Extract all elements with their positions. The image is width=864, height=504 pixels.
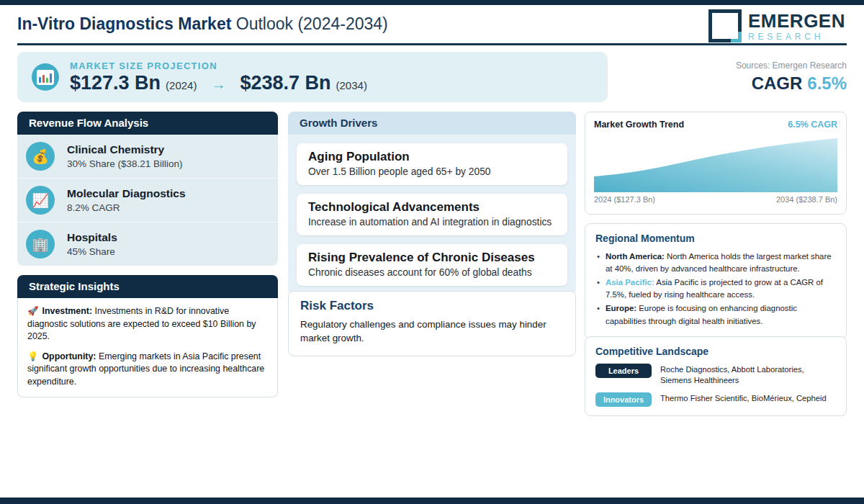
driver-desc: Chronic diseases account for 60% of glob…	[308, 267, 556, 278]
cagr-value: 6.5%	[807, 73, 847, 93]
risk-factors-title: Risk Factors	[300, 299, 564, 313]
bar-chart-icon	[32, 63, 59, 91]
driver-title: Rising Prevalence of Chronic Diseases	[308, 251, 556, 265]
region-lead: Europe:	[606, 304, 636, 312]
growth-driver-card: Rising Prevalence of Chronic Diseases Ch…	[297, 244, 567, 286]
innovators-row: Innovators Thermo Fisher Scientific, Bio…	[595, 392, 836, 407]
competitive-landscape-title: Competitive Landscape	[595, 346, 836, 357]
trend-end-label: 2034 ($238.7 Bn)	[776, 195, 837, 204]
risk-factors-text: Regulatory challenges and compliance iss…	[300, 318, 552, 346]
region-bullet-asia-pacific: Asia Pacific: Asia Pacific is projected …	[595, 276, 836, 301]
lightbulb-icon: 💡	[27, 351, 38, 361]
insight-lead: Investment:	[42, 306, 92, 316]
market-size-banner: MARKET SIZE PROJECTION $127.3 Bn (2024) …	[17, 52, 608, 102]
value-2034: $238.7 Bn	[240, 73, 330, 93]
revenue-flow-title: Revenue Flow Analysis	[17, 112, 278, 135]
item-title: Molecular Diagnostics	[67, 187, 186, 200]
region-lead: Asia Pacific:	[606, 278, 654, 287]
list-item: 🏢 Hospitals 45% Share	[17, 222, 278, 266]
strategic-insights-title: Strategic Insights	[17, 275, 278, 298]
revenue-flow-card: Revenue Flow Analysis 💰 Clinical Chemist…	[17, 112, 278, 266]
year-2024: (2024)	[166, 79, 197, 91]
item-subtitle: 30% Share ($38.21 Billion)	[67, 158, 183, 169]
item-title: Clinical Chemistry	[67, 143, 183, 156]
regional-momentum-title: Regional Momentum	[595, 233, 836, 244]
growth-drivers-title: Growth Drivers	[288, 112, 576, 135]
market-size-label: MARKET SIZE PROJECTION	[70, 60, 367, 71]
header-divider	[17, 43, 847, 45]
strategic-insights-card: Strategic Insights 🚀Investment: Investme…	[17, 275, 278, 397]
innovators-companies: Thermo Fisher Scientific, BioMérieux, Ce…	[660, 392, 827, 404]
growth-driver-card: Aging Population Over 1.5 Billion people…	[297, 143, 567, 185]
top-accent-bar	[0, 0, 864, 5]
market-trend-card: Market Growth Trend 6.5% CAGR 2024 ($127…	[585, 112, 847, 215]
driver-title: Aging Population	[308, 150, 556, 164]
insight-opportunity: 💡Opportunity: Emerging markets in Asia P…	[27, 351, 268, 389]
insight-lead: Opportunity:	[42, 351, 96, 361]
logo-subtext: RESEARCH	[748, 32, 845, 41]
trend-title: Market Growth Trend	[594, 120, 684, 130]
list-item: 📈 Molecular Diagnostics 8.2% CAGR	[17, 178, 278, 222]
page-title: In-Vitro Diagnostics Market Outlook (202…	[17, 14, 388, 34]
bottom-accent-bar	[0, 498, 864, 504]
region-lead: North America:	[606, 252, 665, 261]
driver-title: Technological Advancements	[308, 200, 556, 215]
regional-momentum-card: Regional Momentum North America: North A…	[585, 223, 847, 339]
sources-text: Sources: Emergen Research	[736, 60, 847, 71]
innovators-badge: Innovators	[595, 392, 652, 407]
competitive-landscape-card: Competitive Landscape Leaders Roche Diag…	[585, 336, 847, 416]
chart-increasing-icon: 📈	[26, 186, 55, 215]
market-size-values: $127.3 Bn (2024) → $238.7 Bn (2034)	[70, 73, 367, 93]
leaders-row: Leaders Roche Diagnostics, Abbott Labora…	[595, 364, 836, 386]
logo-square-icon	[708, 9, 742, 42]
driver-desc: Over 1.5 Billion people aged 65+ by 2050	[308, 166, 556, 177]
hospital-building-icon: 🏢	[26, 230, 55, 258]
money-bag-icon: 💰	[26, 142, 55, 171]
driver-desc: Increase in automation and AI integratio…	[308, 217, 556, 228]
year-2034: (2034)	[336, 79, 367, 91]
growth-area-chart	[594, 135, 837, 192]
leaders-companies: Roche Diagnostics, Abbott Laboratories, …	[660, 364, 836, 386]
value-2024: $127.3 Bn	[70, 73, 161, 93]
list-item: 💰 Clinical Chemistry 30% Share ($38.21 B…	[17, 135, 278, 178]
brand-logo: EMERGEN RESEARCH	[708, 9, 845, 42]
rocket-icon: 🚀	[27, 306, 38, 316]
growth-driver-card: Technological Advancements Increase in a…	[297, 194, 567, 235]
cagr-label: CAGR	[752, 73, 803, 93]
page-title-bold: In-Vitro Diagnostics Market	[17, 14, 231, 33]
item-subtitle: 45% Share	[67, 246, 117, 257]
item-subtitle: 8.2% CAGR	[67, 202, 186, 213]
trend-start-label: 2024 ($127.3 Bn)	[594, 195, 655, 204]
page-title-rest: Outlook (2024-2034)	[231, 14, 387, 33]
region-bullet-north-america: North America: North America holds the l…	[595, 251, 836, 275]
arrow-right-icon: →	[211, 76, 225, 93]
item-title: Hospitals	[67, 231, 117, 244]
cagr-line: CAGR6.5%	[736, 73, 847, 94]
logo-wordmark: EMERGEN	[748, 12, 845, 30]
insight-investment: 🚀Investment: Investments in R&D for inno…	[27, 305, 268, 343]
logo-corner-accent	[731, 32, 742, 42]
sources-block: Sources: Emergen Research CAGR6.5%	[736, 60, 847, 94]
region-bullet-europe: Europe: Europe is focusing on enhancing …	[595, 302, 836, 327]
leaders-badge: Leaders	[595, 364, 652, 378]
growth-drivers-section: Growth Drivers Aging Population Over 1.5…	[288, 112, 576, 295]
trend-cagr-badge: 6.5% CAGR	[788, 120, 837, 130]
risk-factors-card: Risk Factors Regulatory challenges and c…	[288, 291, 576, 356]
